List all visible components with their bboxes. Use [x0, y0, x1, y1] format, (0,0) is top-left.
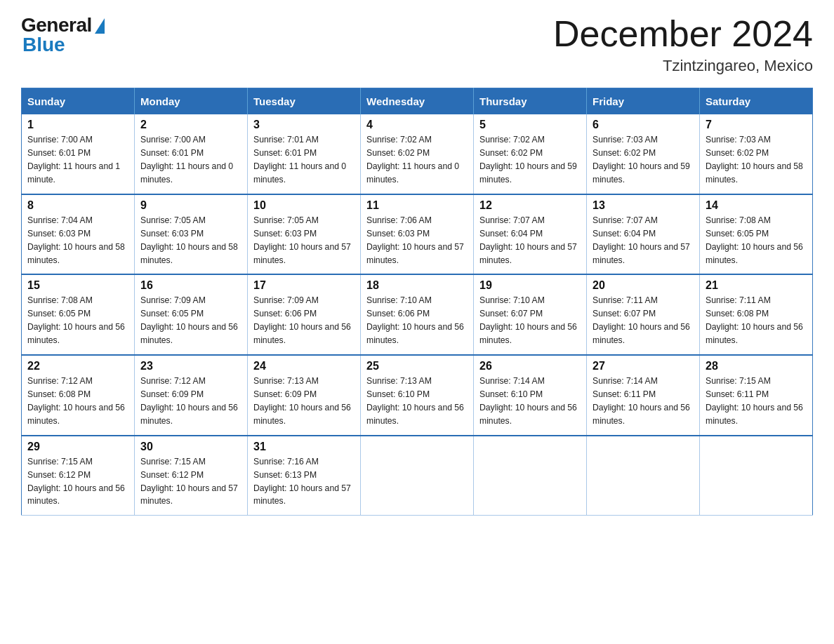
calendar-cell: 27Sunrise: 7:14 AMSunset: 6:11 PMDayligh…	[587, 355, 700, 436]
calendar-cell: 17Sunrise: 7:09 AMSunset: 6:06 PMDayligh…	[248, 274, 361, 355]
calendar-cell: 30Sunrise: 7:15 AMSunset: 6:12 PMDayligh…	[135, 436, 248, 516]
calendar-cell: 10Sunrise: 7:05 AMSunset: 6:03 PMDayligh…	[248, 194, 361, 275]
day-info: Sunrise: 7:11 AMSunset: 6:07 PMDaylight:…	[593, 295, 690, 345]
calendar-week-3: 15Sunrise: 7:08 AMSunset: 6:05 PMDayligh…	[22, 274, 813, 355]
day-number: 16	[140, 279, 241, 292]
day-number: 18	[366, 279, 468, 292]
calendar-cell: 11Sunrise: 7:06 AMSunset: 6:03 PMDayligh…	[361, 194, 474, 275]
calendar-cell: 31Sunrise: 7:16 AMSunset: 6:13 PMDayligh…	[248, 436, 361, 516]
day-number: 29	[27, 441, 128, 453]
calendar-cell: 23Sunrise: 7:12 AMSunset: 6:09 PMDayligh…	[135, 355, 248, 436]
day-number: 11	[366, 199, 468, 212]
calendar-cell: 16Sunrise: 7:09 AMSunset: 6:05 PMDayligh…	[135, 274, 248, 355]
calendar-cell: 29Sunrise: 7:15 AMSunset: 6:12 PMDayligh…	[22, 436, 135, 516]
calendar-week-4: 22Sunrise: 7:12 AMSunset: 6:08 PMDayligh…	[22, 355, 813, 436]
day-info: Sunrise: 7:11 AMSunset: 6:08 PMDaylight:…	[706, 295, 803, 345]
calendar-cell: 20Sunrise: 7:11 AMSunset: 6:07 PMDayligh…	[587, 274, 700, 355]
day-number: 8	[27, 199, 128, 212]
day-info: Sunrise: 7:15 AMSunset: 6:11 PMDaylight:…	[706, 376, 803, 426]
day-number: 27	[593, 360, 694, 373]
logo: General Blue	[21, 14, 105, 56]
calendar-cell: 5Sunrise: 7:02 AMSunset: 6:02 PMDaylight…	[474, 114, 587, 194]
day-info: Sunrise: 7:10 AMSunset: 6:07 PMDaylight:…	[479, 295, 577, 345]
calendar-cell: 26Sunrise: 7:14 AMSunset: 6:10 PMDayligh…	[474, 355, 587, 436]
day-number: 31	[253, 441, 355, 453]
location: Tzintzingareo, Mexico	[553, 57, 813, 75]
header-tuesday: Tuesday	[248, 88, 361, 115]
day-number: 13	[593, 199, 694, 212]
day-info: Sunrise: 7:09 AMSunset: 6:06 PMDaylight:…	[253, 295, 351, 345]
day-info: Sunrise: 7:12 AMSunset: 6:08 PMDaylight:…	[27, 376, 125, 426]
calendar-table: SundayMondayTuesdayWednesdayThursdayFrid…	[21, 88, 813, 516]
day-number: 9	[140, 199, 241, 212]
logo-blue-text: Blue	[22, 34, 65, 56]
calendar-cell: 15Sunrise: 7:08 AMSunset: 6:05 PMDayligh…	[22, 274, 135, 355]
day-number: 15	[27, 279, 128, 292]
calendar-week-5: 29Sunrise: 7:15 AMSunset: 6:12 PMDayligh…	[22, 436, 813, 516]
calendar-cell: 12Sunrise: 7:07 AMSunset: 6:04 PMDayligh…	[474, 194, 587, 275]
calendar-cell: 22Sunrise: 7:12 AMSunset: 6:08 PMDayligh…	[22, 355, 135, 436]
day-info: Sunrise: 7:13 AMSunset: 6:10 PMDaylight:…	[366, 376, 464, 426]
day-info: Sunrise: 7:12 AMSunset: 6:09 PMDaylight:…	[140, 376, 238, 426]
day-number: 19	[479, 279, 581, 292]
header-wednesday: Wednesday	[361, 88, 474, 115]
day-info: Sunrise: 7:13 AMSunset: 6:09 PMDaylight:…	[253, 376, 351, 426]
day-number: 6	[593, 119, 694, 131]
calendar-cell: 13Sunrise: 7:07 AMSunset: 6:04 PMDayligh…	[587, 194, 700, 275]
day-number: 14	[706, 199, 807, 212]
day-number: 26	[479, 360, 581, 373]
header-thursday: Thursday	[474, 88, 587, 115]
calendar-cell	[474, 436, 587, 516]
day-info: Sunrise: 7:14 AMSunset: 6:10 PMDaylight:…	[479, 376, 577, 426]
day-info: Sunrise: 7:03 AMSunset: 6:02 PMDaylight:…	[706, 135, 803, 185]
calendar-week-2: 8Sunrise: 7:04 AMSunset: 6:03 PMDaylight…	[22, 194, 813, 275]
calendar-cell: 18Sunrise: 7:10 AMSunset: 6:06 PMDayligh…	[361, 274, 474, 355]
calendar-cell	[587, 436, 700, 516]
header-monday: Monday	[135, 88, 248, 115]
day-info: Sunrise: 7:03 AMSunset: 6:02 PMDaylight:…	[593, 135, 690, 185]
day-info: Sunrise: 7:00 AMSunset: 6:01 PMDaylight:…	[140, 135, 233, 185]
calendar-cell: 4Sunrise: 7:02 AMSunset: 6:02 PMDaylight…	[361, 114, 474, 194]
day-info: Sunrise: 7:01 AMSunset: 6:01 PMDaylight:…	[253, 135, 346, 185]
day-info: Sunrise: 7:07 AMSunset: 6:04 PMDaylight:…	[479, 215, 577, 265]
day-number: 21	[706, 279, 807, 292]
day-info: Sunrise: 7:16 AMSunset: 6:13 PMDaylight:…	[253, 457, 351, 507]
day-number: 28	[706, 360, 807, 373]
day-number: 23	[140, 360, 241, 373]
day-info: Sunrise: 7:02 AMSunset: 6:02 PMDaylight:…	[479, 135, 577, 185]
day-info: Sunrise: 7:10 AMSunset: 6:06 PMDaylight:…	[366, 295, 464, 345]
day-info: Sunrise: 7:08 AMSunset: 6:05 PMDaylight:…	[27, 295, 125, 345]
calendar-cell: 14Sunrise: 7:08 AMSunset: 6:05 PMDayligh…	[700, 194, 813, 275]
header-sunday: Sunday	[22, 88, 135, 115]
calendar-cell: 25Sunrise: 7:13 AMSunset: 6:10 PMDayligh…	[361, 355, 474, 436]
calendar-cell	[700, 436, 813, 516]
day-number: 10	[253, 199, 355, 212]
day-info: Sunrise: 7:15 AMSunset: 6:12 PMDaylight:…	[27, 457, 125, 507]
day-number: 17	[253, 279, 355, 292]
day-info: Sunrise: 7:07 AMSunset: 6:04 PMDaylight:…	[593, 215, 690, 265]
day-number: 30	[140, 441, 241, 453]
day-number: 3	[253, 119, 355, 131]
day-info: Sunrise: 7:08 AMSunset: 6:05 PMDaylight:…	[706, 215, 803, 265]
day-info: Sunrise: 7:09 AMSunset: 6:05 PMDaylight:…	[140, 295, 238, 345]
header-saturday: Saturday	[700, 88, 813, 115]
calendar-cell: 3Sunrise: 7:01 AMSunset: 6:01 PMDaylight…	[248, 114, 361, 194]
day-info: Sunrise: 7:14 AMSunset: 6:11 PMDaylight:…	[593, 376, 690, 426]
day-number: 12	[479, 199, 581, 212]
day-number: 7	[706, 119, 807, 131]
calendar-cell: 21Sunrise: 7:11 AMSunset: 6:08 PMDayligh…	[700, 274, 813, 355]
calendar-header-row: SundayMondayTuesdayWednesdayThursdayFrid…	[22, 88, 813, 115]
day-number: 2	[140, 119, 241, 131]
day-info: Sunrise: 7:05 AMSunset: 6:03 PMDaylight:…	[140, 215, 238, 265]
day-info: Sunrise: 7:05 AMSunset: 6:03 PMDaylight:…	[253, 215, 351, 265]
header: General Blue December 2024 Tzintzingareo…	[21, 14, 813, 75]
day-number: 24	[253, 360, 355, 373]
calendar-cell: 19Sunrise: 7:10 AMSunset: 6:07 PMDayligh…	[474, 274, 587, 355]
title-area: December 2024 Tzintzingareo, Mexico	[553, 14, 813, 75]
day-number: 25	[366, 360, 468, 373]
month-title: December 2024	[553, 14, 813, 54]
day-number: 22	[27, 360, 128, 373]
calendar-cell: 7Sunrise: 7:03 AMSunset: 6:02 PMDaylight…	[700, 114, 813, 194]
calendar-cell: 6Sunrise: 7:03 AMSunset: 6:02 PMDaylight…	[587, 114, 700, 194]
calendar-cell	[361, 436, 474, 516]
